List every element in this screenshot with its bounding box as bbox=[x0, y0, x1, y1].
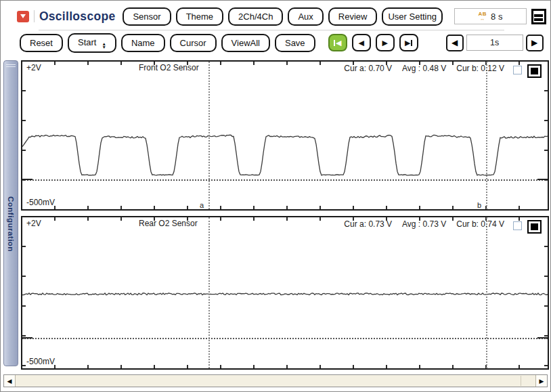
cursor-a-reading: Cur a: 0.73 V bbox=[344, 219, 392, 229]
cursor-b-reading: Cur b: 0.12 V bbox=[456, 64, 504, 73]
reset-button[interactable]: Reset bbox=[20, 34, 63, 52]
user-setting-button[interactable]: User Setting bbox=[382, 7, 443, 26]
channel-1-title: Front O2 Sensor bbox=[139, 63, 199, 72]
range-top-label: +2V bbox=[26, 219, 41, 228]
record-length-value: 8 s bbox=[491, 12, 502, 22]
zero-reference-line bbox=[22, 179, 548, 181]
theme-button[interactable]: Theme bbox=[176, 7, 223, 26]
scroll-right-arrow[interactable]: ▶ bbox=[535, 375, 547, 387]
cursor-b-line[interactable] bbox=[486, 62, 487, 209]
viewall-button[interactable]: ViewAll bbox=[221, 34, 270, 52]
right-ticks bbox=[544, 62, 548, 209]
channel-1-readings: Cur a: 0.70 V Avg : 0.48 V Cur b: 0.12 V bbox=[344, 64, 504, 73]
scrollbar-thumb-edge bbox=[521, 376, 521, 386]
tab-highlight bbox=[6, 66, 16, 67]
cursor-a-line[interactable] bbox=[208, 62, 210, 209]
ab-cursors-icon: AB ↔ bbox=[479, 12, 487, 21]
skip-to-start-button[interactable]: ◀ bbox=[328, 34, 347, 51]
save-button[interactable]: Save bbox=[275, 34, 315, 52]
range-top-label: +2V bbox=[26, 63, 41, 72]
color-swatch bbox=[531, 68, 538, 74]
aux-button[interactable]: Aux bbox=[288, 7, 323, 26]
step-forward-button[interactable]: ▶ bbox=[376, 34, 395, 51]
cursor-b-line[interactable] bbox=[486, 217, 487, 368]
horizontal-scrollbar[interactable]: ◀ ▶ bbox=[3, 374, 548, 387]
average-reading: Avg : 0.73 V bbox=[402, 219, 446, 229]
range-bottom-label: -500mV bbox=[26, 198, 55, 207]
channel-2-color-button[interactable] bbox=[527, 220, 542, 234]
scroll-left-arrow[interactable]: ◀ bbox=[4, 375, 16, 387]
page-title: Oscilloscope bbox=[39, 9, 116, 24]
review-button[interactable]: Review bbox=[328, 7, 378, 26]
left-ticks bbox=[22, 62, 26, 209]
channel-1-waveform bbox=[22, 62, 548, 209]
cursor-button[interactable]: Cursor bbox=[170, 34, 217, 52]
ground-marker-left bbox=[22, 179, 32, 180]
channel-2-checkbox[interactable] bbox=[513, 221, 522, 230]
timebase-decrease-button[interactable]: ◀ bbox=[446, 35, 464, 51]
start-button[interactable]: Start▲▼ bbox=[68, 33, 116, 53]
top-toolbar: Oscilloscope Sensor Theme 2Ch/4Ch Aux Re… bbox=[17, 4, 546, 28]
bottom-ticks bbox=[22, 365, 548, 368]
cursor-b-reading: Cur b: 0.74 V bbox=[456, 219, 504, 229]
name-button[interactable]: Name bbox=[121, 34, 165, 52]
color-swatch bbox=[531, 223, 538, 230]
left-ticks bbox=[22, 217, 26, 368]
channel-mode-button[interactable]: 2Ch/4Ch bbox=[228, 7, 283, 26]
menu-icon[interactable] bbox=[531, 9, 546, 24]
toolbar-divider bbox=[39, 30, 504, 30]
configuration-tab-label: Configuration bbox=[7, 196, 15, 252]
cursor-a-reading: Cur a: 0.70 V bbox=[344, 64, 392, 73]
sensor-button[interactable]: Sensor bbox=[123, 7, 171, 26]
ground-marker-right bbox=[537, 337, 548, 339]
channel-2-title: Rear O2 Sensor bbox=[139, 219, 198, 228]
configuration-tab[interactable]: Configuration bbox=[3, 60, 18, 366]
cursor-a-tag: a bbox=[200, 201, 204, 209]
skip-end-icon bbox=[411, 40, 412, 46]
skip-start-icon bbox=[334, 40, 335, 46]
channel-2-readings: Cur a: 0.73 V Avg : 0.73 V Cur b: 0.74 V bbox=[344, 219, 504, 229]
step-back-button[interactable]: ◀ bbox=[352, 34, 371, 51]
channel-2-panel: +2V Rear O2 Sensor Cur a: 0.73 V Avg : 0… bbox=[21, 216, 549, 370]
channel-1-checkbox[interactable] bbox=[513, 66, 522, 74]
bottom-ticks bbox=[22, 206, 548, 209]
oscilloscope-window: Oscilloscope Sensor Theme 2Ch/4Ch Aux Re… bbox=[0, 0, 551, 392]
timebase-increase-button[interactable]: ▶ bbox=[526, 35, 544, 51]
cursor-a-line[interactable] bbox=[208, 217, 210, 368]
average-reading: Avg : 0.48 V bbox=[402, 64, 446, 73]
channel-2-waveform bbox=[22, 217, 548, 368]
tab-highlight bbox=[6, 64, 16, 65]
ground-marker-left bbox=[22, 337, 32, 339]
range-bottom-label: -500mV bbox=[26, 357, 55, 366]
down-triangle-icon bbox=[20, 14, 26, 18]
channel-1-color-button[interactable] bbox=[527, 64, 542, 78]
title-divider bbox=[34, 10, 35, 22]
channel-1-panel: +2V Front O2 Sensor Cur a: 0.70 V Avg : … bbox=[21, 60, 549, 211]
control-toolbar: Reset Start▲▼ Name Cursor ViewAll Save ◀… bbox=[20, 32, 546, 53]
timebase-value-field[interactable]: 1s bbox=[466, 35, 523, 51]
right-ticks bbox=[544, 217, 548, 368]
record-dropdown-icon[interactable] bbox=[17, 11, 29, 22]
zero-reference-line bbox=[22, 338, 548, 339]
up-down-spinner-icon: ▲▼ bbox=[102, 42, 106, 49]
skip-to-end-button[interactable]: ▶ bbox=[399, 34, 418, 51]
timebase-stepper: ◀ 1s ▶ bbox=[446, 35, 544, 51]
ground-marker-right bbox=[537, 179, 548, 180]
cursor-b-tag: b bbox=[477, 201, 481, 209]
record-length-display[interactable]: AB ↔ 8 s bbox=[454, 8, 527, 24]
